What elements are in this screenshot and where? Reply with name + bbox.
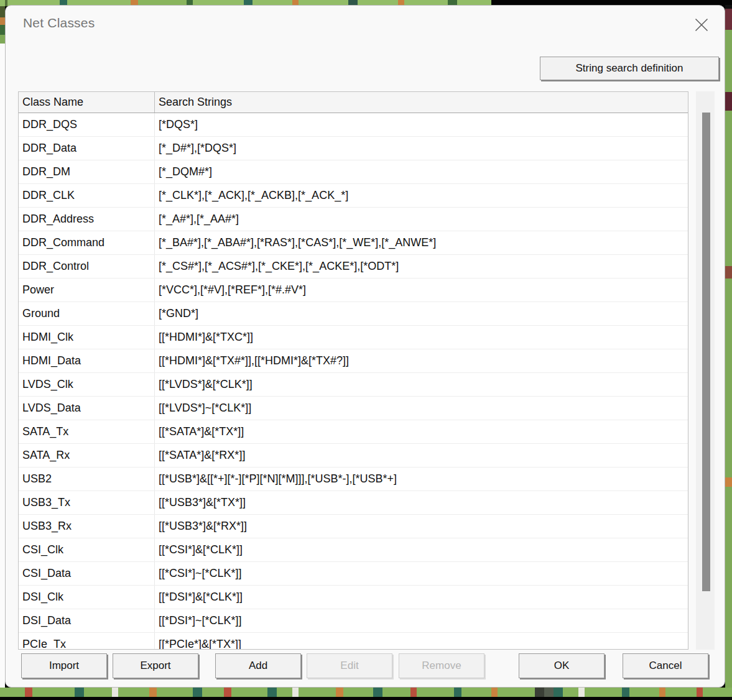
table-row[interactable]: SATA_Rx [[*SATA*]&[*RX*]] (19, 444, 688, 467)
class-name-cell: LVDS_Data (19, 397, 155, 420)
table-row[interactable]: DSI_Data [[*DSI*]~[*CLK*]] (19, 609, 688, 633)
table-row[interactable]: DDR_Address [*_A#*],[*_AA#*] (19, 208, 688, 231)
table-row[interactable]: USB3_Rx [[*USB3*]&[*RX*]] (19, 515, 688, 538)
column-header-class-name[interactable]: Class Name (19, 92, 155, 113)
scrollbar-track[interactable] (696, 91, 715, 650)
import-button[interactable]: Import (21, 653, 107, 678)
search-strings-cell: [[*CSI*]&[*CLK*]] (155, 538, 688, 561)
string-search-definition-button[interactable]: String search definition (540, 57, 719, 80)
search-strings-cell: [[*DSI*]&[*CLK*]] (155, 586, 688, 609)
class-name-cell: CSI_Data (19, 562, 155, 585)
pcb-background-strip-right (725, 5, 732, 688)
search-strings-cell: [*_CLK*],[*_ACK],[*_ACKB],[*_ACK_*] (155, 184, 688, 207)
cancel-button[interactable]: Cancel (623, 653, 708, 678)
search-strings-cell: [*DQS*] (155, 113, 688, 136)
class-name-cell: DDR_Control (19, 255, 155, 278)
search-strings-cell: [[*DSI*]~[*CLK*]] (155, 609, 688, 632)
class-name-cell: SATA_Tx (19, 420, 155, 443)
search-strings-cell: [*_D#*],[*DQS*] (155, 137, 688, 160)
search-strings-cell: [*VCC*],[*#V],[*REF*],[*#.#V*] (155, 279, 688, 302)
class-name-cell: USB3_Rx (19, 515, 155, 538)
search-strings-cell: [[*LVDS*]~[*CLK*]] (155, 397, 688, 420)
class-name-cell: USB2 (19, 467, 155, 490)
table-row[interactable]: DDR_Control [*_CS#*],[*_ACS#*],[*_CKE*],… (19, 255, 688, 279)
search-strings-cell: [[*HDMI*]&[*TX#*]],[[*HDMI*]&[*TX#?]] (155, 349, 688, 372)
scrollbar-thumb[interactable] (702, 113, 710, 591)
class-name-cell: DDR_Address (19, 208, 155, 231)
table-row[interactable]: DSI_Clk [[*DSI*]&[*CLK*]] (19, 586, 688, 609)
page-margin-left (0, 44, 5, 688)
class-name-cell: CSI_Clk (19, 538, 155, 561)
table-row[interactable]: HDMI_Data [[*HDMI*]&[*TX#*]],[[*HDMI*]&[… (19, 349, 688, 373)
search-strings-cell: [[*SATA*]&[*TX*]] (155, 420, 688, 443)
table-row[interactable]: CSI_Data [[*CSI*]~[*CLK*]] (19, 562, 688, 586)
search-strings-cell: [*_CS#*],[*_ACS#*],[*_CKE*],[*_ACKE*],[*… (155, 255, 688, 278)
search-strings-cell: [[*USB3*]&[*TX*]] (155, 491, 688, 514)
edit-button[interactable]: Edit (307, 653, 392, 678)
class-name-cell: PCIe_Tx (19, 633, 155, 650)
search-strings-cell: [[*HDMI*]&[*TXC*]] (155, 326, 688, 349)
class-name-cell: DDR_Data (19, 137, 155, 160)
table-row[interactable]: DDR_CLK [*_CLK*],[*_ACK],[*_ACKB],[*_ACK… (19, 184, 688, 208)
pcb-background-strip-bottom (0, 688, 732, 697)
table-row[interactable]: USB2 [[*USB*]&[[*+][*-][*P][*N][*M]]],[*… (19, 467, 688, 491)
table-row[interactable]: PCIe_Tx [[*PCIe*]&[*TX*]] (19, 633, 688, 650)
table-row[interactable]: DDR_DQS [*DQS*] (19, 113, 688, 137)
class-name-cell: Ground (19, 302, 155, 325)
search-strings-cell: [[*USB*]&[[*+][*-][*P][*N][*M]]],[*USB*-… (155, 467, 688, 490)
export-button[interactable]: Export (113, 653, 198, 678)
table-row[interactable]: USB3_Tx [[*USB3*]&[*TX*]] (19, 491, 688, 515)
dialog-title: Net Classes (23, 16, 95, 30)
ok-button[interactable]: OK (519, 653, 605, 678)
table-row[interactable]: LVDS_Clk [[*LVDS*]&[*CLK*]] (19, 373, 688, 397)
search-strings-cell: [*GND*] (155, 302, 688, 325)
search-strings-cell: [[*PCIe*]&[*TX*]] (155, 633, 688, 650)
table-header-row: Class Name Search Strings (19, 92, 688, 113)
class-name-cell: USB3_Tx (19, 491, 155, 514)
search-strings-cell: [[*SATA*]&[*RX*]] (155, 444, 688, 467)
table-row[interactable]: SATA_Tx [[*SATA*]&[*TX*]] (19, 420, 688, 444)
class-name-cell: DDR_DQS (19, 113, 155, 136)
class-name-cell: DSI_Data (19, 609, 155, 632)
table-row[interactable]: CSI_Clk [[*CSI*]&[*CLK*]] (19, 538, 688, 562)
class-name-cell: DSI_Clk (19, 586, 155, 609)
class-name-cell: HDMI_Data (19, 349, 155, 372)
search-strings-cell: [[*USB3*]&[*RX*]] (155, 515, 688, 538)
table-row[interactable]: HDMI_Clk [[*HDMI*]&[*TXC*]] (19, 326, 688, 349)
table-row[interactable]: DDR_Command [*_BA#*],[*_ABA#*],[*RAS*],[… (19, 231, 688, 255)
table-row[interactable]: Ground [*GND*] (19, 302, 688, 326)
search-strings-cell: [*_DQM#*] (155, 160, 688, 183)
net-classes-table: Class Name Search Strings DDR_DQS [*DQS*… (18, 91, 688, 650)
search-strings-cell: [*_A#*],[*_AA#*] (155, 208, 688, 231)
class-name-cell: SATA_Rx (19, 444, 155, 467)
class-name-cell: DDR_CLK (19, 184, 155, 207)
table-row[interactable]: DDR_Data [*_D#*],[*DQS*] (19, 137, 688, 160)
pcb-background-strip-left (0, 0, 5, 44)
table-row[interactable]: LVDS_Data [[*LVDS*]~[*CLK*]] (19, 397, 688, 420)
table-row[interactable]: DDR_DM [*_DQM#*] (19, 160, 688, 184)
net-classes-dialog: Net Classes String search definition Cla… (5, 5, 725, 688)
add-button[interactable]: Add (215, 653, 301, 678)
class-name-cell: DDR_Command (19, 231, 155, 254)
search-strings-cell: [[*LVDS*]&[*CLK*]] (155, 373, 688, 396)
remove-button[interactable]: Remove (399, 653, 484, 678)
class-name-cell: Power (19, 279, 155, 302)
class-name-cell: HDMI_Clk (19, 326, 155, 349)
close-icon (694, 17, 709, 32)
column-header-search-strings[interactable]: Search Strings (155, 92, 688, 113)
table-body: DDR_DQS [*DQS*] DDR_Data [*_D#*],[*DQS*]… (19, 113, 688, 650)
search-strings-cell: [*_BA#*],[*_ABA#*],[*RAS*],[*CAS*],[*_WE… (155, 231, 688, 254)
close-button[interactable] (691, 14, 712, 35)
class-name-cell: DDR_DM (19, 160, 155, 183)
search-strings-cell: [[*CSI*]~[*CLK*]] (155, 562, 688, 585)
class-name-cell: LVDS_Clk (19, 373, 155, 396)
table-row[interactable]: Power [*VCC*],[*#V],[*REF*],[*#.#V*] (19, 279, 688, 302)
